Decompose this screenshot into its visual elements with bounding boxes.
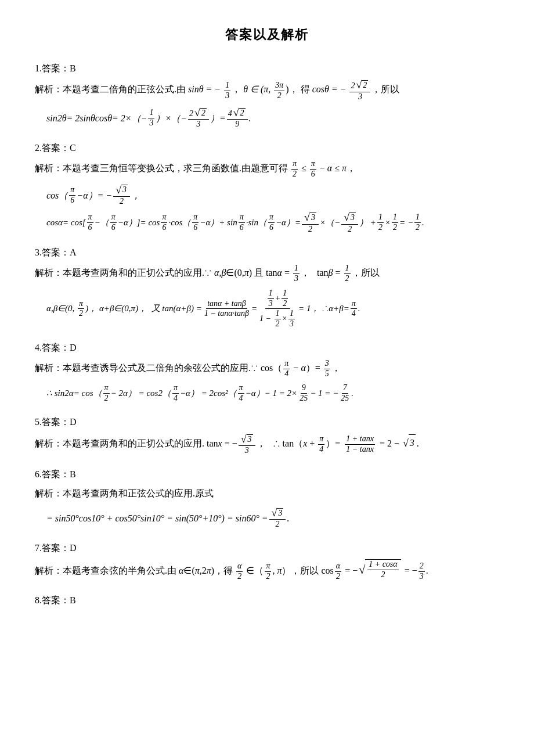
explanation-4: 解析：本题考查诱导公式及二倍角的余弦公式的应用.∵ cos（π4 − α）= 3… — [35, 359, 499, 379]
section-1: 1.答案：B 解析：本题考查二倍角的正弦公式.由 sinθ = − 13， θ … — [35, 60, 499, 130]
explanation-5: 解析：本题考查两角和的正切公式的应用. tanx = −√33， ∴ tan（x… — [35, 433, 499, 456]
explanation-1: 解析：本题考查二倍角的正弦公式.由 sinθ = − 13， θ ∈ (π, 3… — [35, 79, 499, 102]
section-5: 5.答案：D 解析：本题考查两角和的正切公式的应用. tanx = −√33， … — [35, 414, 499, 456]
answer-5: 5.答案：D — [35, 414, 499, 431]
answer-4: 4.答案：D — [35, 340, 499, 357]
answer-8: 8.答案：B — [35, 592, 499, 609]
formula-4: ∴ sin2α = cos（π2 − 2α） = cos2（π4 − α） = … — [46, 383, 499, 404]
section-8: 8.答案：B — [35, 592, 499, 609]
formula-1: sin2θ = 2sinθcosθ = 2× （−13） × （−2√23） =… — [46, 107, 499, 129]
answer-3: 3.答案：A — [35, 244, 499, 261]
page-title: 答案以及解析 — [35, 23, 499, 46]
section-4: 4.答案：D 解析：本题考查诱导公式及二倍角的余弦公式的应用.∵ cos（π4 … — [35, 340, 499, 404]
answer-7: 7.答案：D — [35, 540, 499, 557]
explanation-2: 解析：本题考查三角恒等变换公式，求三角函数值.由题意可得 π2 ≤ π6 − α… — [35, 159, 499, 179]
explanation-6a: 解析：本题考查两角和正弦公式的应用.原式 — [35, 485, 499, 502]
section-3: 3.答案：A 解析：本题考查两角和的正切公式的应用.∵ α,β∈(0,π) 且 … — [35, 244, 499, 329]
page-container: 答案以及解析 1.答案：B 解析：本题考查二倍角的正弦公式.由 sinθ = −… — [35, 23, 499, 609]
formula-2b: cosα = cos[π6 − （π6 − α）] = cosπ6·cos（π6… — [46, 211, 499, 234]
answer-2: 2.答案：C — [35, 140, 499, 157]
formula-6: = sin50°cos10° + cos50°sin10° = sin(50°+… — [46, 507, 499, 530]
explanation-3: 解析：本题考查两角和的正切公式的应用.∵ α,β∈(0,π) 且 tanα = … — [35, 264, 499, 284]
answer-6: 6.答案：B — [35, 466, 499, 483]
formula-3: α,β∈(0, π2)， α+β∈(0,π)， 又 tan(α+β) = tan… — [46, 289, 499, 329]
answer-1: 1.答案：B — [35, 60, 499, 77]
formula-2a: cos（π6 − α） = − √32， — [46, 184, 499, 207]
section-7: 7.答案：D 解析：本题考查余弦的半角公式.由 α∈(π,2π)，得 α2 ∈（… — [35, 540, 499, 581]
section-2: 2.答案：C 解析：本题考查三角恒等变换公式，求三角函数值.由题意可得 π2 ≤… — [35, 140, 499, 234]
section-6: 6.答案：B 解析：本题考查两角和正弦公式的应用.原式 = sin50°cos1… — [35, 466, 499, 530]
explanation-7: 解析：本题考查余弦的半角公式.由 α∈(π,2π)，得 α2 ∈（π2, π），… — [35, 559, 499, 582]
